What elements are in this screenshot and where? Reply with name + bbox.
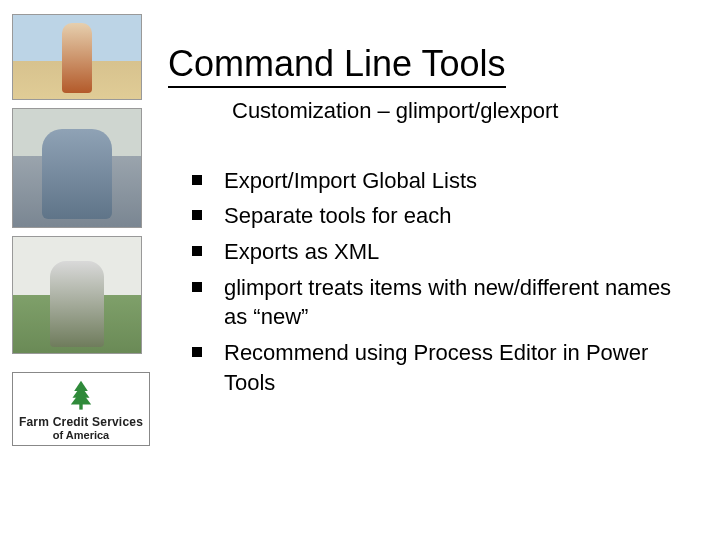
bullet-text: Exports as XML (224, 237, 379, 267)
logo-line1: Farm Credit Services (17, 415, 145, 429)
bullet-text: glimport treats items with new/different… (224, 273, 700, 332)
photo-1 (12, 14, 142, 100)
logo-line2: of America (17, 429, 145, 441)
sidebar-images: Farm Credit Services of America (12, 14, 142, 446)
list-item: glimport treats items with new/different… (192, 273, 700, 332)
logo-icon (64, 379, 98, 413)
content: Command Line Tools Customization – glimp… (168, 44, 700, 403)
slide-subtitle: Customization – glimport/glexport (232, 98, 700, 124)
bullet-list: Export/Import Global Lists Separate tool… (192, 166, 700, 398)
bullet-text: Separate tools for each (224, 201, 451, 231)
bullet-icon (192, 210, 202, 220)
list-item: Separate tools for each (192, 201, 700, 231)
list-item: Exports as XML (192, 237, 700, 267)
list-item: Recommend using Process Editor in Power … (192, 338, 700, 397)
bullet-icon (192, 246, 202, 256)
bullet-text: Recommend using Process Editor in Power … (224, 338, 700, 397)
bullet-icon (192, 282, 202, 292)
bullet-text: Export/Import Global Lists (224, 166, 477, 196)
bullet-icon (192, 175, 202, 185)
slide: Farm Credit Services of America Command … (0, 0, 720, 540)
slide-title: Command Line Tools (168, 44, 506, 88)
photo-2 (12, 108, 142, 228)
svg-marker-2 (71, 391, 91, 405)
logo: Farm Credit Services of America (12, 372, 150, 446)
bullet-icon (192, 347, 202, 357)
photo-3 (12, 236, 142, 354)
svg-rect-3 (79, 403, 82, 410)
list-item: Export/Import Global Lists (192, 166, 700, 196)
